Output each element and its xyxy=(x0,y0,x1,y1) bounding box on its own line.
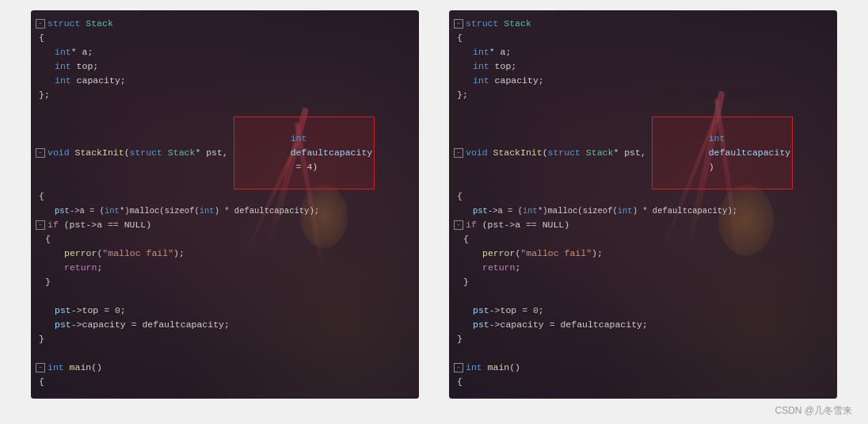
code-line: - struct Stack xyxy=(36,17,414,31)
code-line: { xyxy=(454,189,832,204)
code-line: pst->top = 0; xyxy=(36,304,414,318)
right-code-panel: - struct Stack { int* a; int top; int ca… xyxy=(449,10,837,399)
main-container: - struct Stack { int* a; int top; int ca… xyxy=(0,0,868,424)
fold-icon[interactable]: - xyxy=(454,363,463,372)
code-line: int* a; xyxy=(36,45,414,59)
left-code-content: - struct Stack { int* a; int top; int ca… xyxy=(31,10,419,399)
param-highlight: int defaultcapacity = 4) xyxy=(234,117,375,189)
code-line: pst->capacity = defaultcapacity; xyxy=(36,318,414,332)
code-line: int top; xyxy=(36,59,414,74)
code-text: capacity; xyxy=(77,74,126,88)
code-line: pst->top = 0; xyxy=(454,304,832,318)
code-line: }; xyxy=(36,88,414,102)
code-line: int* a; xyxy=(454,45,832,59)
func-call: perror xyxy=(64,246,97,261)
code-line xyxy=(36,389,414,399)
brace: } xyxy=(45,275,51,289)
code-line xyxy=(36,289,414,304)
param-name: defaultcapacity xyxy=(291,147,373,158)
keyword: int xyxy=(55,59,77,74)
code-text: * a; xyxy=(71,45,93,59)
keyword: void xyxy=(48,146,75,160)
func-name: StackInit xyxy=(75,146,124,160)
right-code-content: - struct Stack { int* a; int top; int ca… xyxy=(449,10,837,399)
param-default: = 4) xyxy=(291,162,318,172)
code-line xyxy=(454,102,832,117)
func-header-line: - void StackInit ( struct Stack * pst, i… xyxy=(454,117,832,189)
code-line: } xyxy=(36,275,414,289)
code-text: * pst, xyxy=(195,146,233,160)
keyword: return xyxy=(64,261,97,275)
param-highlight: int defaultcapacity ) xyxy=(652,117,794,189)
code-line: pst->a = (int*)malloc(sizeof(int) * defa… xyxy=(36,204,414,218)
left-code-panel: - struct Stack { int* a; int top; int ca… xyxy=(31,10,419,399)
code-text: (pst->a == NULL) xyxy=(64,218,151,232)
fold-icon[interactable]: - xyxy=(36,363,45,372)
code-text: pst xyxy=(55,204,70,218)
main-header-line: - int main () xyxy=(454,361,832,375)
keyword: int xyxy=(55,45,71,59)
keyword: if xyxy=(48,218,64,232)
code-line: return; xyxy=(454,261,832,275)
code-line: { xyxy=(36,232,414,246)
code-line: int top; xyxy=(454,59,832,74)
code-line: pst->capacity = defaultcapacity; xyxy=(454,318,832,332)
csdn-badge: CSDN @几冬雪来 xyxy=(775,404,852,418)
code-line: } xyxy=(454,332,832,346)
code-line: } xyxy=(36,332,414,346)
code-line: - struct Stack xyxy=(454,17,832,31)
code-line: { xyxy=(36,375,414,389)
csdn-badge-text: CSDN @几冬雪来 xyxy=(775,405,852,416)
code-line xyxy=(454,346,832,361)
func-header-line: - void StackInit ( struct Stack * pst, i… xyxy=(36,117,414,189)
code-line: }; xyxy=(454,88,832,102)
code-line: { xyxy=(454,31,832,45)
code-line: perror("malloc fail"); xyxy=(454,246,832,261)
fold-icon[interactable]: - xyxy=(36,19,45,29)
code-line: } xyxy=(454,275,832,289)
code-line: int capacity; xyxy=(36,74,414,88)
brace: } xyxy=(36,332,44,346)
fold-icon[interactable]: - xyxy=(36,148,45,158)
main-header-line: - int main () xyxy=(36,361,414,375)
fold-icon[interactable]: - xyxy=(454,19,463,29)
fold-icon[interactable]: - xyxy=(36,220,45,230)
code-line: { xyxy=(454,375,832,389)
param-type: int xyxy=(291,133,313,143)
code-line: - if (pst->a == NULL) xyxy=(36,218,414,232)
fold-icon[interactable]: - xyxy=(454,220,463,230)
keyword: struct xyxy=(48,17,86,31)
keyword: int xyxy=(55,74,77,88)
brace: { xyxy=(36,189,44,204)
code-text: top; xyxy=(77,59,99,74)
brace: { xyxy=(36,31,44,45)
fold-icon[interactable]: - xyxy=(454,148,463,158)
code-line xyxy=(36,102,414,117)
code-line: pst->a = (int*)malloc(sizeof(int) * defa… xyxy=(454,204,832,218)
keyword: struct xyxy=(130,146,168,160)
code-line: perror("malloc fail"); xyxy=(36,246,414,261)
code-line: { xyxy=(36,189,414,204)
code-text: ( xyxy=(124,146,130,160)
code-line: int capacity; xyxy=(454,74,832,88)
code-line xyxy=(454,289,832,304)
code-line: { xyxy=(454,232,832,246)
type-name: Stack xyxy=(86,17,113,31)
brace: { xyxy=(45,232,51,246)
code-line: - if (pst->a == NULL) xyxy=(454,218,832,232)
type: Stack xyxy=(168,146,196,160)
code-line: return; xyxy=(36,261,414,275)
code-line xyxy=(36,346,414,361)
code-line xyxy=(454,389,832,399)
code-line: { xyxy=(36,31,414,45)
brace: }; xyxy=(36,88,50,102)
